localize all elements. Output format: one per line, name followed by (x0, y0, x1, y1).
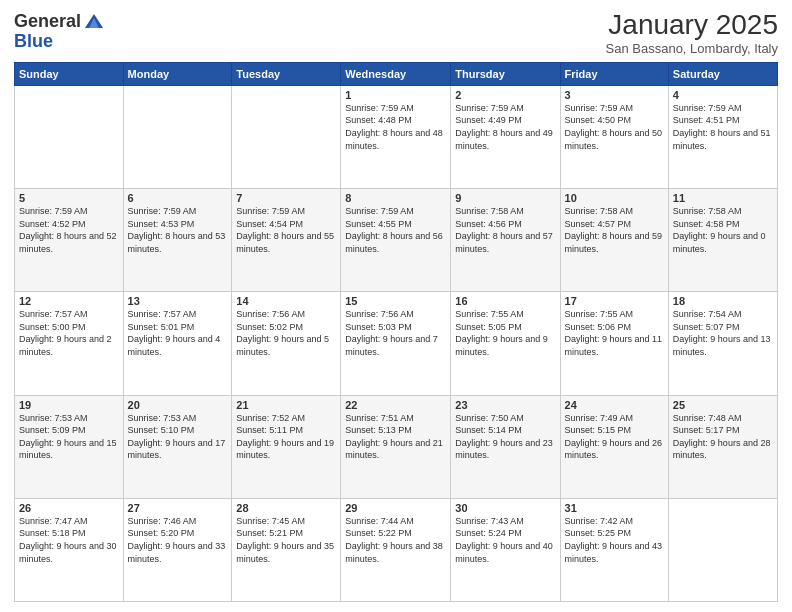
logo-blue: Blue (14, 32, 53, 50)
table-row: 4Sunrise: 7:59 AM Sunset: 4:51 PM Daylig… (668, 85, 777, 188)
calendar-row: 26Sunrise: 7:47 AM Sunset: 5:18 PM Dayli… (15, 498, 778, 601)
location-title: San Bassano, Lombardy, Italy (606, 41, 778, 56)
table-row: 28Sunrise: 7:45 AM Sunset: 5:21 PM Dayli… (232, 498, 341, 601)
table-row (15, 85, 124, 188)
day-number: 6 (128, 192, 228, 204)
table-row: 27Sunrise: 7:46 AM Sunset: 5:20 PM Dayli… (123, 498, 232, 601)
day-info: Sunrise: 7:54 AM Sunset: 5:07 PM Dayligh… (673, 308, 773, 358)
day-number: 8 (345, 192, 446, 204)
calendar-row: 19Sunrise: 7:53 AM Sunset: 5:09 PM Dayli… (15, 395, 778, 498)
day-info: Sunrise: 7:46 AM Sunset: 5:20 PM Dayligh… (128, 515, 228, 565)
table-row (232, 85, 341, 188)
calendar-table: Sunday Monday Tuesday Wednesday Thursday… (14, 62, 778, 602)
day-number: 1 (345, 89, 446, 101)
day-info: Sunrise: 7:47 AM Sunset: 5:18 PM Dayligh… (19, 515, 119, 565)
day-number: 13 (128, 295, 228, 307)
table-row: 24Sunrise: 7:49 AM Sunset: 5:15 PM Dayli… (560, 395, 668, 498)
day-number: 14 (236, 295, 336, 307)
table-row: 2Sunrise: 7:59 AM Sunset: 4:49 PM Daylig… (451, 85, 560, 188)
day-info: Sunrise: 7:51 AM Sunset: 5:13 PM Dayligh… (345, 412, 446, 462)
header-sunday: Sunday (15, 62, 124, 85)
day-number: 26 (19, 502, 119, 514)
day-info: Sunrise: 7:59 AM Sunset: 4:53 PM Dayligh… (128, 205, 228, 255)
day-number: 16 (455, 295, 555, 307)
day-info: Sunrise: 7:52 AM Sunset: 5:11 PM Dayligh… (236, 412, 336, 462)
table-row (123, 85, 232, 188)
page: General Blue January 2025 San Bassano, L… (0, 0, 792, 612)
table-row: 13Sunrise: 7:57 AM Sunset: 5:01 PM Dayli… (123, 292, 232, 395)
day-number: 27 (128, 502, 228, 514)
table-row: 14Sunrise: 7:56 AM Sunset: 5:02 PM Dayli… (232, 292, 341, 395)
table-row: 12Sunrise: 7:57 AM Sunset: 5:00 PM Dayli… (15, 292, 124, 395)
day-number: 29 (345, 502, 446, 514)
table-row: 15Sunrise: 7:56 AM Sunset: 5:03 PM Dayli… (341, 292, 451, 395)
day-number: 3 (565, 89, 664, 101)
day-number: 7 (236, 192, 336, 204)
table-row: 11Sunrise: 7:58 AM Sunset: 4:58 PM Dayli… (668, 189, 777, 292)
table-row: 17Sunrise: 7:55 AM Sunset: 5:06 PM Dayli… (560, 292, 668, 395)
logo-icon (83, 10, 105, 32)
day-number: 10 (565, 192, 664, 204)
day-number: 11 (673, 192, 773, 204)
header-saturday: Saturday (668, 62, 777, 85)
day-info: Sunrise: 7:50 AM Sunset: 5:14 PM Dayligh… (455, 412, 555, 462)
day-number: 23 (455, 399, 555, 411)
day-info: Sunrise: 7:43 AM Sunset: 5:24 PM Dayligh… (455, 515, 555, 565)
table-row: 9Sunrise: 7:58 AM Sunset: 4:56 PM Daylig… (451, 189, 560, 292)
table-row: 8Sunrise: 7:59 AM Sunset: 4:55 PM Daylig… (341, 189, 451, 292)
table-row: 30Sunrise: 7:43 AM Sunset: 5:24 PM Dayli… (451, 498, 560, 601)
table-row: 20Sunrise: 7:53 AM Sunset: 5:10 PM Dayli… (123, 395, 232, 498)
header-thursday: Thursday (451, 62, 560, 85)
day-info: Sunrise: 7:59 AM Sunset: 4:54 PM Dayligh… (236, 205, 336, 255)
day-info: Sunrise: 7:53 AM Sunset: 5:09 PM Dayligh… (19, 412, 119, 462)
day-info: Sunrise: 7:56 AM Sunset: 5:03 PM Dayligh… (345, 308, 446, 358)
table-row: 29Sunrise: 7:44 AM Sunset: 5:22 PM Dayli… (341, 498, 451, 601)
day-info: Sunrise: 7:59 AM Sunset: 4:55 PM Dayligh… (345, 205, 446, 255)
table-row: 10Sunrise: 7:58 AM Sunset: 4:57 PM Dayli… (560, 189, 668, 292)
day-info: Sunrise: 7:58 AM Sunset: 4:56 PM Dayligh… (455, 205, 555, 255)
day-number: 22 (345, 399, 446, 411)
table-row: 7Sunrise: 7:59 AM Sunset: 4:54 PM Daylig… (232, 189, 341, 292)
day-number: 9 (455, 192, 555, 204)
day-number: 2 (455, 89, 555, 101)
table-row: 21Sunrise: 7:52 AM Sunset: 5:11 PM Dayli… (232, 395, 341, 498)
table-row: 5Sunrise: 7:59 AM Sunset: 4:52 PM Daylig… (15, 189, 124, 292)
day-number: 24 (565, 399, 664, 411)
day-number: 20 (128, 399, 228, 411)
day-number: 25 (673, 399, 773, 411)
day-number: 18 (673, 295, 773, 307)
table-row: 1Sunrise: 7:59 AM Sunset: 4:48 PM Daylig… (341, 85, 451, 188)
top-section: General Blue January 2025 San Bassano, L… (14, 10, 778, 56)
table-row: 6Sunrise: 7:59 AM Sunset: 4:53 PM Daylig… (123, 189, 232, 292)
logo-general: General (14, 12, 81, 30)
day-info: Sunrise: 7:55 AM Sunset: 5:05 PM Dayligh… (455, 308, 555, 358)
day-number: 19 (19, 399, 119, 411)
day-number: 28 (236, 502, 336, 514)
day-info: Sunrise: 7:58 AM Sunset: 4:58 PM Dayligh… (673, 205, 773, 255)
day-info: Sunrise: 7:55 AM Sunset: 5:06 PM Dayligh… (565, 308, 664, 358)
day-number: 4 (673, 89, 773, 101)
calendar-row: 1Sunrise: 7:59 AM Sunset: 4:48 PM Daylig… (15, 85, 778, 188)
day-info: Sunrise: 7:42 AM Sunset: 5:25 PM Dayligh… (565, 515, 664, 565)
table-row: 23Sunrise: 7:50 AM Sunset: 5:14 PM Dayli… (451, 395, 560, 498)
logo-text: General (14, 10, 105, 32)
title-area: January 2025 San Bassano, Lombardy, Ital… (606, 10, 778, 56)
day-info: Sunrise: 7:44 AM Sunset: 5:22 PM Dayligh… (345, 515, 446, 565)
day-info: Sunrise: 7:59 AM Sunset: 4:50 PM Dayligh… (565, 102, 664, 152)
table-row: 22Sunrise: 7:51 AM Sunset: 5:13 PM Dayli… (341, 395, 451, 498)
header-tuesday: Tuesday (232, 62, 341, 85)
table-row: 19Sunrise: 7:53 AM Sunset: 5:09 PM Dayli… (15, 395, 124, 498)
day-info: Sunrise: 7:48 AM Sunset: 5:17 PM Dayligh… (673, 412, 773, 462)
day-number: 30 (455, 502, 555, 514)
table-row: 18Sunrise: 7:54 AM Sunset: 5:07 PM Dayli… (668, 292, 777, 395)
day-info: Sunrise: 7:56 AM Sunset: 5:02 PM Dayligh… (236, 308, 336, 358)
day-info: Sunrise: 7:45 AM Sunset: 5:21 PM Dayligh… (236, 515, 336, 565)
day-info: Sunrise: 7:59 AM Sunset: 4:48 PM Dayligh… (345, 102, 446, 152)
logo-area: General Blue (14, 10, 105, 50)
day-number: 21 (236, 399, 336, 411)
table-row: 31Sunrise: 7:42 AM Sunset: 5:25 PM Dayli… (560, 498, 668, 601)
table-row: 3Sunrise: 7:59 AM Sunset: 4:50 PM Daylig… (560, 85, 668, 188)
day-number: 31 (565, 502, 664, 514)
day-number: 5 (19, 192, 119, 204)
table-row: 16Sunrise: 7:55 AM Sunset: 5:05 PM Dayli… (451, 292, 560, 395)
